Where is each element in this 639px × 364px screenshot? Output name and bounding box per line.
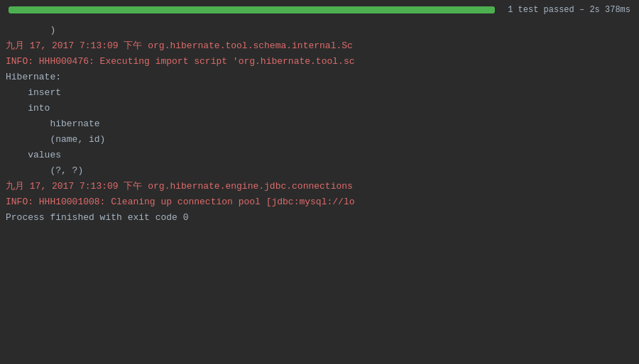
console-line: INFO: HHH10001008: Cleaning up connectio…	[6, 194, 633, 210]
test-result: 1 test passed – 2s 378ms	[508, 5, 630, 15]
console-line: (?, ?)	[6, 163, 633, 179]
console-line: )	[6, 23, 633, 38]
console-area: )九月 17, 2017 7:13:09 下午 org.hibernate.to…	[0, 20, 639, 364]
console-line: 九月 17, 2017 7:13:09 下午 org.hibernate.too…	[6, 38, 633, 54]
console-line: values	[6, 148, 633, 163]
progress-bar-fill	[9, 6, 495, 13]
console-line: 九月 17, 2017 7:13:09 下午 org.hibernate.eng…	[6, 179, 633, 194]
console-line: insert	[6, 85, 633, 101]
console-line: Hibernate:	[6, 70, 633, 85]
console-line: INFO: HHH000476: Executing import script…	[6, 54, 633, 70]
console-line: Process finished with exit code 0	[6, 210, 633, 226]
top-bar: 1 test passed – 2s 378ms	[0, 0, 639, 20]
console-line: into	[6, 101, 633, 116]
console-line: hibernate	[6, 116, 633, 132]
console-line: (name, id)	[6, 132, 633, 148]
progress-bar-container	[9, 6, 495, 13]
